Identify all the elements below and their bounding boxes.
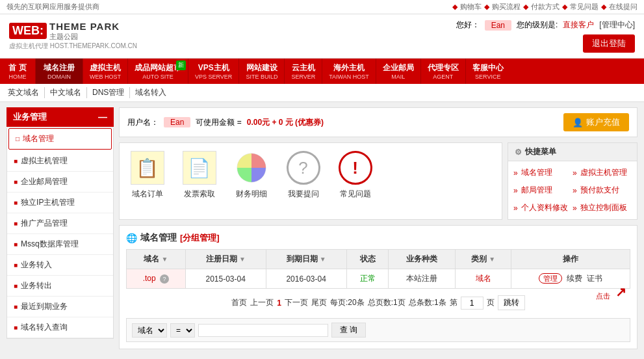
- nav-item-overseas[interactable]: 海外主机 TAIWAN HOST: [322, 59, 376, 84]
- page-size-label: 每页:20条: [330, 297, 365, 308]
- icons-quickmenu-row: 📋 域名订单 📄 发票索取: [119, 142, 638, 220]
- sidebar-mail-label: 企业邮局管理: [21, 176, 68, 187]
- nav-label-webhost-sub: WEB HOST: [90, 73, 121, 80]
- icon-alert[interactable]: ! 常见问题: [334, 151, 376, 200]
- cert-link[interactable]: 证书: [587, 274, 602, 283]
- sidebar-mssq-bullet: ■: [14, 241, 18, 248]
- search-field-select[interactable]: 域名: [132, 323, 167, 338]
- sidebar-promote-bullet: ■: [14, 220, 18, 227]
- page-input[interactable]: [461, 297, 483, 310]
- qm-panel[interactable]: » 独立控制面板: [573, 200, 632, 215]
- content-info-bar: 用户名： Ean 可使用金额 = 0.00元 + 0 元 (优惠券) 👤 账户充…: [119, 107, 638, 137]
- arrow-icon: ◆: [452, 3, 457, 11]
- nav-label-webhost-main: 虚拟主机: [90, 62, 121, 73]
- search-button[interactable]: 查 询: [331, 323, 366, 338]
- user-info: 您好： Ean 您的级别是: 直接客户 [管理中心]: [456, 20, 635, 31]
- search-bar: 域名 = 查 询: [126, 318, 630, 342]
- page-prev[interactable]: 上一页: [250, 297, 274, 308]
- sidebar-transferin-label: 业务转入: [21, 259, 52, 271]
- sidebar-query-label: 域名转入查询: [21, 322, 68, 333]
- logo-sub: 虚拟主机代理 HOST.THEMEPARK.COM.CN: [9, 42, 137, 51]
- subnav-dns[interactable]: DNS管理: [87, 87, 130, 98]
- sidebar-item-transfer-in[interactable]: ■ 业务转入: [7, 255, 113, 276]
- subnav-transfer[interactable]: 域名转入: [130, 87, 172, 98]
- sort-icon-cat: ▼: [489, 256, 495, 263]
- subnav-en-domain[interactable]: 英文域名: [8, 87, 45, 98]
- td-status: 正常: [346, 269, 389, 289]
- nav-item-agent[interactable]: 代理专区 AGENT: [421, 59, 466, 84]
- recharge-button[interactable]: 👤 账户充值: [563, 113, 629, 131]
- nav-item-cloud[interactable]: 云主机 SERVER: [285, 59, 322, 84]
- admin-center-link[interactable]: [管理中心]: [599, 20, 635, 31]
- sidebar-item-domain-query[interactable]: ■ 域名转入查询: [7, 317, 113, 338]
- logout-button[interactable]: 退出登陆: [583, 34, 635, 53]
- th-ops: 操作: [511, 250, 630, 269]
- nav-label-mail-sub: MAIL: [391, 73, 405, 80]
- sidebar-item-mssq[interactable]: ■ Mssq数据库管理: [7, 234, 113, 255]
- sidebar-item-webhost[interactable]: ■ 虚拟主机管理: [7, 151, 113, 172]
- nav-label-domain-sub: DOMAIN: [47, 73, 71, 80]
- question-icon-img: ?: [287, 151, 320, 185]
- nav-item-domain[interactable]: 域名注册 DOMAIN: [36, 59, 83, 84]
- balance-label: 可使用金额 =: [196, 117, 241, 128]
- td-exp-date: 2016-03-04: [266, 269, 346, 289]
- sidebar-item-promote[interactable]: ■ 推广产品管理: [7, 213, 113, 234]
- qm-profile[interactable]: » 个人资料修改: [513, 200, 573, 215]
- nav-item-service[interactable]: 客服中心 SERVICE: [466, 59, 510, 84]
- search-eq-select[interactable]: =: [170, 323, 195, 338]
- qm-mail[interactable]: » 邮局管理: [513, 183, 573, 198]
- nav-item-vps[interactable]: VPS主机 VPS SERVER: [188, 59, 239, 84]
- manage-btn[interactable]: 管理: [539, 273, 562, 284]
- alert-icon-label: 常见问题: [340, 189, 371, 200]
- qm-webhost[interactable]: » 虚拟主机管理: [573, 165, 632, 180]
- page-next[interactable]: 下一页: [285, 297, 308, 308]
- new-badge: 新: [176, 60, 186, 70]
- section-title-main: 域名管理: [140, 232, 177, 244]
- icon-finance[interactable]: 财务明细: [230, 151, 272, 200]
- domain-order-icon-label: 域名订单: [132, 189, 163, 200]
- sidebar-item-ip[interactable]: ■ 独立IP主机管理: [7, 193, 113, 213]
- subnav-cn-domain[interactable]: 中文域名: [45, 87, 87, 98]
- page-last[interactable]: 尾页: [311, 297, 327, 308]
- nav-label-cloud-sub: SERVER: [291, 73, 315, 80]
- greeting: 您好：: [456, 20, 480, 31]
- invoice-icon-img: 📄: [183, 151, 216, 185]
- link-process[interactable]: 购买流程: [492, 2, 521, 12]
- level-value[interactable]: 直接客户: [563, 20, 594, 31]
- icon-invoice[interactable]: 📄 发票索取: [178, 151, 220, 200]
- nav-label-overseas-sub: TAIWAN HOST: [329, 73, 369, 80]
- username-label: 用户名：: [127, 117, 159, 128]
- sidebar-item-transfer-out[interactable]: ■ 业务转出: [7, 276, 113, 297]
- sidebar-item-expiring[interactable]: ■ 最近到期业务: [7, 297, 113, 317]
- link-online[interactable]: 在线提问: [609, 2, 638, 12]
- nav-item-mail[interactable]: 企业邮局 MAIL: [376, 59, 421, 84]
- renew-link[interactable]: 续费: [567, 274, 582, 283]
- pagination-row: 首页 上一页 1 下一页 尾页 每页:20条 总页数:1页 总条数:1条 第 页…: [126, 293, 630, 313]
- link-faq[interactable]: 常见问题: [570, 2, 599, 12]
- section-title: 🌐 域名管理 [分组管理]: [126, 232, 630, 244]
- help-icon[interactable]: ?: [160, 274, 169, 284]
- qm-prepay[interactable]: » 预付款支付: [573, 183, 632, 198]
- nav-item-autosite[interactable]: 成品网站超市 AUTO SITE 新: [128, 59, 188, 84]
- click-arrow: ↗: [615, 284, 626, 300]
- icon-domain-order[interactable]: 📋 域名订单: [126, 151, 168, 200]
- link-cart[interactable]: 购物车: [460, 2, 482, 12]
- qm-domain[interactable]: » 域名管理: [513, 165, 573, 180]
- user-balance-info: 用户名： Ean 可使用金额 = 0.00元 + 0 元 (优惠券): [127, 117, 324, 128]
- nav-item-webhost[interactable]: 虚拟主机 WEB HOST: [83, 59, 128, 84]
- globe-icon: 🌐: [126, 233, 137, 243]
- alert-icon-img: !: [339, 151, 372, 185]
- td-domain-name: .top ?: [127, 269, 186, 289]
- search-input[interactable]: [198, 324, 328, 337]
- link-payment[interactable]: 付款方式: [531, 2, 560, 12]
- page-first[interactable]: 首页: [231, 297, 247, 308]
- click-hint-text: 点击: [596, 291, 610, 301]
- nav-item-home[interactable]: 首 页 HOME: [0, 59, 36, 84]
- jump-button[interactable]: 跳转: [498, 295, 525, 310]
- sidebar-item-domain[interactable]: □ 域名管理: [8, 128, 112, 150]
- sidebar-minus-icon[interactable]: —: [98, 112, 107, 122]
- sidebar-item-mail[interactable]: ■ 企业邮局管理: [7, 172, 113, 193]
- nav-item-sitebuild[interactable]: 网站建设 SITE BUILD: [239, 59, 285, 84]
- icon-question[interactable]: ? 我要提问: [282, 151, 324, 200]
- finance-icon-label: 财务明细: [236, 189, 267, 200]
